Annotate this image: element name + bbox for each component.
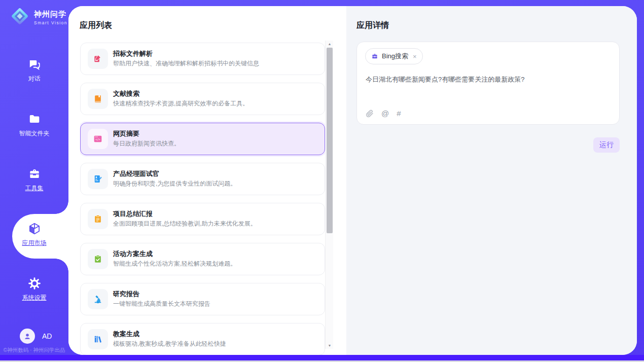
tool-chip-label: Bing搜索 [382,52,408,61]
clipboard-icon [88,209,108,229]
app-desc: 快速精准查找学术资源,提高研究效率的必备工具。 [113,99,248,108]
query-input[interactable]: Bing搜索 × 今日湖北有哪些新闻要点?有哪些需要关注的最新政策? @ # [356,42,620,125]
sidebar: 神州问学 Smart Vision 对话 智能文件夹 工具集 [0,0,68,362]
app-name: 文献搜索 [113,89,139,98]
sidebar-item-label: 智能文件夹 [0,129,68,138]
app-detail-section: 应用详情 Bing搜索 × 今日湖北有哪些新闻要点?有哪些需要关注的最新政策? [346,6,637,355]
query-text[interactable]: 今日湖北有哪些新闻要点?有哪些需要关注的最新政策? [366,75,611,84]
books-icon [88,329,108,349]
app-name: 产品经理面试官 [113,169,159,178]
composer-toolbar: @ # [366,109,401,118]
app-list-scrollbar[interactable]: ▲ ▼ [325,41,333,349]
app-desc: 一键智能生成高质量长文本研究报告 [113,300,210,308]
main-panel: 应用列表 招标文件解析 帮助用户快速、准确地理解和解析招标书中的关键信息 [68,6,637,355]
app-card-project-summary[interactable]: 项目总结汇报 全面回顾项目进展,总结经验教训,助力未来优化发展。 [80,203,325,235]
mention-icon[interactable]: @ [381,109,389,118]
app-desc: 帮助用户快速、准确地理解和解析招标书中的关键信息 [113,59,259,68]
chat-icon [28,64,41,73]
book-icon [88,89,108,109]
tool-chip-bing-search[interactable]: Bing搜索 × [365,48,423,64]
briefcase-icon [371,53,378,60]
app-desc: 模板驱动,教案秒成,教学准备从此轻松快捷 [113,340,226,348]
app-detail-title: 应用详情 [356,20,389,31]
user-name: AD [42,332,52,340]
sidebar-item-app-market[interactable]: 应用市场 [0,222,68,247]
resume-icon [88,169,108,189]
app-desc: 智能生成个性化活动方案,轻松解决规划难题。 [113,260,236,268]
app-desc: 明确身份和职责,为您提供专业性的面试问题。 [113,179,236,188]
toolbox-icon [28,173,41,182]
close-icon[interactable]: × [413,53,417,60]
app-list-title: 应用列表 [80,20,112,31]
app-card-bid-analysis[interactable]: 招标文件解析 帮助用户快速、准确地理解和解析招标书中的关键信息 [80,43,325,75]
brand-title: 神州问学 [34,10,67,19]
app-card-event-plan[interactable]: 活动方案生成 智能生成个性化活动方案,轻松解决规划难题。 [80,243,325,275]
app-name: 教案生成 [113,330,139,339]
sidebar-item-smart-folders[interactable]: 智能文件夹 [0,113,68,138]
attachment-icon[interactable] [366,110,374,118]
sidebar-item-label: 应用市场 [0,239,68,247]
sidebar-item-settings[interactable]: 系统设置 [0,277,68,302]
doc-edit-icon [88,49,108,69]
folder-icon [28,119,41,127]
scrollbar-thumb[interactable] [327,48,333,233]
sidebar-item-chat[interactable]: 对话 [0,58,68,83]
app-card-research-report[interactable]: 研究报告 一键智能生成高质量长文本研究报告 [80,283,325,315]
diamond-logo-icon [9,6,30,29]
cube-icon [28,228,41,237]
scrollbar-up-arrow-icon[interactable]: ▲ [326,41,334,47]
gear-icon [28,283,41,292]
app-name: 研究报告 [113,289,139,299]
brand-logo: 神州问学 Smart Vision [9,6,67,29]
sidebar-item-label: 系统设置 [0,294,68,302]
app-name: 项目总结汇报 [113,209,153,219]
clipboard-check-icon [88,249,108,269]
app-card-web-summary[interactable]: </> 网页摘要 每日政府新闻资讯快查。 [80,123,325,155]
svg-text:</>: </> [95,138,100,141]
app-desc: 全面回顾项目进展,总结经验教训,助力未来优化发展。 [113,220,257,228]
app-name: 活动方案生成 [113,249,153,259]
bottom-bar [0,355,644,360]
microscope-icon [88,289,108,309]
user-account[interactable]: AD [20,329,52,344]
sidebar-item-label: 对话 [0,75,68,83]
app-name: 网页摘要 [113,129,139,138]
app-list-section: 应用列表 招标文件解析 帮助用户快速、准确地理解和解析招标书中的关键信息 [68,6,346,355]
copyright-footer: ©神州数码 · 神州问学出品 [0,347,68,354]
app-card-pm-interviewer[interactable]: 产品经理面试官 明确身份和职责,为您提供专业性的面试问题。 [80,163,325,195]
run-button[interactable]: 运行 [593,137,620,153]
user-avatar-icon [20,329,35,344]
app-desc: 每日政府新闻资讯快查。 [113,139,180,148]
app-list: 招标文件解析 帮助用户快速、准确地理解和解析招标书中的关键信息 文献搜索 快速精… [80,43,325,355]
browser-code-icon: </> [88,129,108,149]
app-card-literature-search[interactable]: 文献搜索 快速精准查找学术资源,提高研究效率的必备工具。 [80,83,325,115]
app-card-lesson-plan[interactable]: 教案生成 模板驱动,教案秒成,教学准备从此轻松快捷 [80,323,325,355]
scrollbar-down-arrow-icon[interactable]: ▼ [326,342,334,349]
sidebar-item-toolset[interactable]: 工具集 [0,167,68,193]
topic-icon[interactable]: # [397,109,401,118]
app-name: 招标文件解析 [113,49,153,58]
brand-subtitle: Smart Vision [34,20,67,25]
sidebar-item-label: 工具集 [0,184,68,193]
